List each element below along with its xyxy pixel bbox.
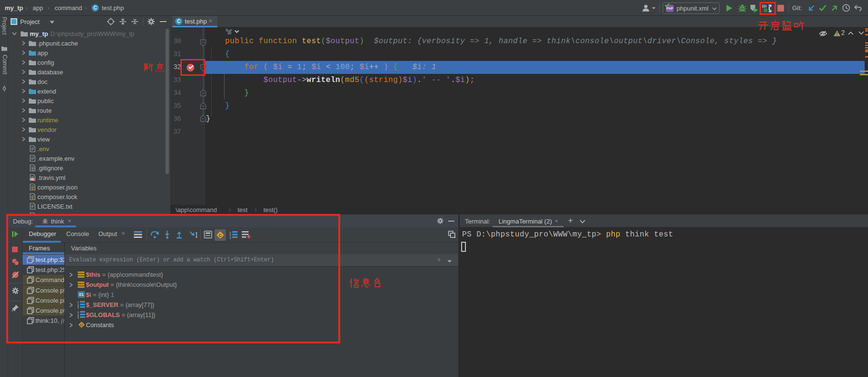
svg-text:@: @ (33, 188, 36, 190)
svg-text:@: @ (33, 197, 36, 200)
svg-text:C: C (219, 233, 222, 238)
svg-text:C: C (80, 323, 83, 327)
svg-text:3: 3 (77, 306, 79, 308)
svg-text:3: 3 (229, 236, 231, 239)
svg-text:3: 3 (77, 316, 79, 318)
svg-text:YML: YML (30, 178, 35, 181)
